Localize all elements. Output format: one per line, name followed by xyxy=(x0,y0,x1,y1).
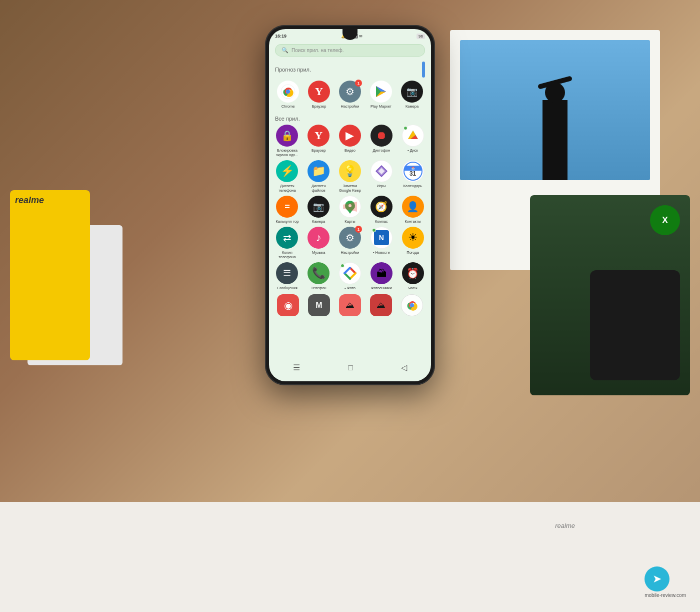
app-camera-dark[interactable]: 📷 Камера xyxy=(397,81,427,109)
realme-bottom-label: realme xyxy=(555,522,575,529)
app-yandex2[interactable]: Y Браузер xyxy=(304,125,334,157)
partial-app-5[interactable] xyxy=(397,294,427,316)
forecast-apps-grid: Chrome Y Браузер ⚙ xyxy=(269,81,431,114)
app-maps-label: Карты xyxy=(344,219,355,224)
games-icon xyxy=(374,164,388,178)
app-yandex-label: Браузер xyxy=(312,104,326,109)
svg-point-7 xyxy=(348,272,352,275)
nav-home-icon[interactable]: ☰ xyxy=(293,363,300,372)
svg-point-1 xyxy=(286,90,290,94)
app-dictofon[interactable]: ⏺ Диктофон xyxy=(366,125,396,157)
partial-app-4[interactable]: ⛰ xyxy=(366,294,396,316)
realme-yellow-box: realme xyxy=(10,190,90,360)
search-bar[interactable]: 🔍 Поиск прил. на телеф. xyxy=(275,44,425,57)
search-placeholder: Поиск прил. на телеф. xyxy=(292,48,344,53)
app-news[interactable]: N • Новости xyxy=(366,227,396,259)
all-apps-label: Все прил. xyxy=(275,116,300,122)
app-playstore[interactable]: Play Маркет xyxy=(366,81,396,109)
app-photosnapshots[interactable]: 🏔 Фотоснимки xyxy=(366,262,396,290)
gdrive-dot xyxy=(404,126,408,130)
app-phonemanager-label: Диспетч телефона xyxy=(274,184,300,193)
app-news-label: • Новости xyxy=(373,250,390,255)
app-settings-forecast[interactable]: ⚙ 1 Настройки xyxy=(335,81,365,109)
app-photos[interactable]: • Фото xyxy=(335,262,366,290)
status-time: 16:19 xyxy=(275,34,286,39)
nav-recent-icon[interactable]: □ xyxy=(348,363,353,372)
app-clock-label: Часы xyxy=(408,286,417,290)
app-compass[interactable]: 🧭 Компас xyxy=(366,196,396,224)
app-filemanager-label: Диспетч файлов xyxy=(306,184,332,193)
app-gdrive[interactable]: • Диск xyxy=(398,125,428,157)
app-phone-manager[interactable]: ⚡ Диспетч телефона xyxy=(272,160,302,193)
svg-point-8 xyxy=(410,303,414,307)
all-apps-grid: 🔒 Блокировка экрана одн... Y Браузер xyxy=(269,125,431,294)
search-icon: 🔍 xyxy=(282,47,288,54)
battery-indicator: 96 xyxy=(416,34,425,39)
partial-app-2[interactable]: M xyxy=(304,294,334,316)
app-games-label: Игры xyxy=(377,184,386,188)
app-playstore-label: Play Маркет xyxy=(370,104,392,109)
gdrive-icon xyxy=(406,129,420,142)
app-phone[interactable]: 📞 Телефон xyxy=(304,262,334,290)
section-indicator xyxy=(422,62,425,78)
phone-screen: 16:19 🔔 📶 🔲 ✉ 96 🔍 Поиск прил. на телеф. xyxy=(269,29,431,381)
app-keep[interactable]: 💡 Заметки Google Keep xyxy=(335,160,366,193)
bg-blue-box xyxy=(460,40,650,180)
photos-dot xyxy=(340,264,344,268)
app-weather[interactable]: ☀ Погода xyxy=(398,227,428,259)
app-settings2-label: Настройки xyxy=(341,250,360,255)
app-lock-label: Блокировка экрана одн... xyxy=(274,148,300,157)
app-camera2-label: Камера xyxy=(312,219,325,224)
news-dot xyxy=(372,228,376,232)
app-video[interactable]: ▶ Видео xyxy=(335,125,366,157)
app-music-label: Музыка xyxy=(312,250,326,255)
app-settings-label: Настройки xyxy=(341,104,360,109)
app-settings2[interactable]: ⚙ 1 Настройки xyxy=(335,227,366,259)
app-calculator[interactable]: = Калькуля тор xyxy=(272,196,302,224)
app-weather-label: Погода xyxy=(406,250,419,255)
app-phone-label: Телефон xyxy=(311,286,326,290)
maps-icon xyxy=(343,200,357,214)
app-phone-copy[interactable]: ⇄ Копия телефона xyxy=(272,227,302,259)
shelf: realme xyxy=(0,502,700,612)
settings2-badge: 1 xyxy=(355,226,362,233)
partial-bottom-row: ◉ M ⛰ xyxy=(269,294,431,316)
app-contacts[interactable]: 👤 Контакты xyxy=(398,196,428,224)
app-yandex-browser[interactable]: Y Браузер xyxy=(304,81,334,109)
app-keep-label: Заметки Google Keep xyxy=(337,184,363,193)
partial-app-1[interactable]: ◉ xyxy=(273,294,303,316)
all-apps-section-header: Все прил. xyxy=(269,114,431,125)
xbox-box: X xyxy=(530,195,690,395)
app-messages[interactable]: ☰ Сообщения xyxy=(272,262,302,290)
app-dictofon-label: Диктофон xyxy=(372,148,390,153)
app-camera-label: Камера xyxy=(406,104,418,109)
mail-icon: ✉ xyxy=(359,34,362,39)
logo-area: ➤ mobile-review.com xyxy=(644,566,686,598)
app-yandex2-label: Браузер xyxy=(312,148,326,153)
app-calendar[interactable]: 📅 31 Календарь xyxy=(398,160,428,193)
app-file-manager[interactable]: 📁 Диспетч файлов xyxy=(304,160,334,193)
app-music[interactable]: ♪ Музыка xyxy=(304,227,334,259)
forecast-section-header: Прогноз прил. xyxy=(269,60,431,81)
app-games[interactable]: Игры xyxy=(366,160,396,193)
app-calculator-label: Калькуля тор xyxy=(276,219,298,224)
app-clock[interactable]: ⏰ Часы xyxy=(398,262,428,290)
app-lock[interactable]: 🔒 Блокировка экрана одн... xyxy=(272,125,302,157)
app-calendar-label: Календарь xyxy=(404,184,422,188)
forecast-label: Прогноз прил. xyxy=(275,67,311,73)
app-video-label: Видео xyxy=(344,148,356,153)
phone-frame: 16:19 🔔 📶 🔲 ✉ 96 🔍 Поиск прил. на телеф. xyxy=(265,25,435,385)
nav-back-icon[interactable]: ◁ xyxy=(401,363,407,372)
app-photos-label: • Фото xyxy=(344,286,356,290)
app-phonecopy-label: Копия телефона xyxy=(274,250,300,259)
app-camera2[interactable]: 📷 Камера xyxy=(304,196,334,224)
app-chrome-label: Chrome xyxy=(282,104,295,109)
app-maps[interactable]: Карты xyxy=(335,196,366,224)
app-contacts-label: Контакты xyxy=(404,219,420,224)
photos-icon xyxy=(343,266,357,280)
screen-content: 🔍 Поиск прил. на телеф. Прогноз прил. xyxy=(269,41,431,381)
playstore-icon xyxy=(374,85,388,99)
app-chrome[interactable]: Chrome xyxy=(273,81,303,109)
partial-app-3[interactable]: ⛰ xyxy=(335,294,365,316)
chrome-icon xyxy=(280,84,296,99)
